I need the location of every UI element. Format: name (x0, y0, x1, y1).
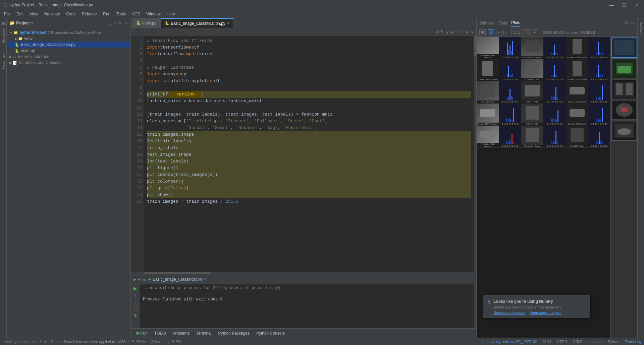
status-indent[interactable]: 4 spaces (588, 340, 602, 344)
status-link[interactable]: https://blog.csdn.net/39_4575162 (482, 340, 537, 344)
zoom-1-1[interactable]: 1:1 (511, 30, 520, 35)
menu-navigate[interactable]: Navigate (42, 11, 63, 17)
sciview-tab-plots[interactable]: Plots (511, 19, 520, 27)
nav-up[interactable]: ∧ (466, 30, 468, 34)
structure-icon[interactable]: ⊟ (2, 21, 5, 26)
code-line-10: fashion_mnist = keras.datasets.fashion_m… (147, 98, 471, 105)
svg-rect-8 (618, 66, 631, 73)
pen-icon[interactable]: ✏ (532, 29, 538, 35)
svg-rect-11 (616, 83, 623, 95)
run-down-icon[interactable]: ↓ (135, 300, 137, 304)
maximize-button[interactable]: ❐ (620, 2, 629, 8)
editor-scrollbar[interactable] (474, 36, 476, 272)
structure-label[interactable]: Structure (1, 28, 5, 44)
sync-icon[interactable]: ⊡ (108, 21, 112, 25)
nav-down[interactable]: ∨ (471, 30, 474, 34)
bottom-tab-terminal[interactable]: Terminal (194, 330, 214, 337)
run-play-icon[interactable]: ▶ (133, 286, 137, 291)
thumbnail-sidebar (610, 37, 637, 338)
menu-refactor[interactable]: Refactor (79, 11, 100, 17)
thumbnail-2[interactable] (611, 79, 637, 99)
favorites-label[interactable]: Favorites (1, 54, 5, 69)
close-sidebar-icon[interactable]: — (124, 21, 128, 25)
tree-item-scratches[interactable]: ▶ 📝 Scratches and Consoles (7, 60, 130, 66)
code-line-23: plt.grid(False)| (147, 185, 471, 192)
status-line-col: 23:16 (542, 340, 552, 344)
thumbnail-4[interactable] (611, 121, 637, 141)
bottom-tab-run[interactable]: Run (133, 330, 150, 337)
grid-cell-3-5: 0 1 2 3 4 5 6 7 8 9 (588, 104, 610, 125)
status-encoding[interactable]: UTF-8 (557, 340, 567, 344)
bottom-tab-python-packages[interactable]: Python Packages (216, 330, 252, 337)
bottom-tab-todo[interactable]: TODO (152, 330, 168, 337)
grid-cell-4-3: 0 1 2 3 4 5 6 7 8 9 (544, 126, 566, 147)
tree-item-pythonproject[interactable]: ▼ 📁 pythonProject C:\Users\Artistect.Xu\… (7, 29, 130, 36)
tree-item-basic[interactable]: 🐍 Basic_Image_Classification.py (7, 42, 130, 48)
tabs-bar: 🐍 main.py 🐍 Basic_Image_Classification.p… (131, 18, 476, 28)
expand-icon[interactable]: ⊞ (479, 29, 486, 35)
bottom-tab-problems[interactable]: Problems (170, 330, 192, 337)
svg-rect-12 (626, 83, 633, 95)
sciview-tab-data[interactable]: Data (499, 19, 507, 27)
horizontal-scrollbar[interactable] (131, 272, 476, 275)
code-line-5: # Helper libraries (147, 64, 471, 71)
run-scrollbar[interactable] (474, 284, 476, 328)
menu-file[interactable]: File (1, 11, 13, 17)
run-stop-icon[interactable]: ⬛ (133, 306, 138, 311)
bottom-toolbar: Run TODO Problems Terminal Python Packag… (131, 328, 476, 338)
thumbnail-0[interactable] (611, 38, 637, 58)
run-header: ▶ Run: ▶ Basic_Image_Classification ✕ (131, 275, 476, 284)
sciview-edge-label[interactable]: SciView (638, 21, 644, 37)
run-tab-close[interactable]: ✕ (203, 277, 206, 281)
grid-cell-2-0: Coat 90% Coat (477, 81, 499, 103)
grid-cell-1-0: Trouser 100% Trouser (477, 59, 499, 81)
menu-window[interactable]: Window (144, 11, 163, 17)
menu-help[interactable]: Help (164, 11, 178, 17)
menu-run[interactable]: Run (100, 11, 113, 17)
zoom-out-icon[interactable]: − (503, 30, 509, 35)
run-tab-basic[interactable]: ▶ Basic_Image_Classification ✕ (149, 277, 206, 282)
tree-item-extlibs[interactable]: ▶ 🗂 External Libraries (7, 54, 130, 60)
notification-link-scientific[interactable]: Use scientific mode (493, 310, 525, 315)
menu-tools[interactable]: Tools (114, 11, 128, 17)
status-event-log[interactable]: Event Log (625, 340, 641, 344)
run-content: ...mlassified as process for 2612 proces… (140, 284, 474, 328)
project-dropdown[interactable]: ▼ (31, 21, 34, 25)
collapse-icon[interactable]: ≡ (114, 21, 116, 25)
sciview-close-icon[interactable]: — (630, 20, 635, 25)
grid-icon[interactable]: ⊟ (488, 29, 494, 35)
tree-item-venv[interactable]: ▶ 📁 venv (7, 36, 130, 42)
grid-cell-1-2: Coat 66% Coat (521, 59, 543, 81)
tree-item-main[interactable]: 🐍 main.py (7, 48, 130, 54)
grid-cell-0-0: Ankle boot 90% Sneaker (477, 37, 499, 59)
code-content[interactable]: # TensorFlow and tf.keras import tensorf… (144, 36, 474, 272)
sciview-settings-icon[interactable]: ⚙ (624, 20, 628, 25)
run-up-icon[interactable]: ↑ (135, 293, 137, 298)
code-line-16: len(train_labels) (147, 138, 471, 145)
thumbnail-3[interactable] (611, 100, 637, 120)
tab-main[interactable]: 🐍 main.py (132, 18, 161, 28)
menu-vcs[interactable]: VCS (129, 11, 143, 17)
status-lang[interactable]: Python (608, 340, 619, 344)
menu-view[interactable]: View (27, 11, 41, 17)
tab-close-icon[interactable]: ✕ (227, 21, 229, 25)
notification-link-keep[interactable]: Keep current layout (529, 310, 561, 315)
thumbnail-1[interactable] (611, 58, 637, 78)
settings-icon[interactable]: ⚙ (118, 21, 122, 25)
code-line-25: train_images = train_images / 255.0 (147, 198, 471, 205)
tab-basic[interactable]: 🐍 Basic_Image_Classification.py ✕ (161, 18, 234, 28)
grid-cell-3-3: 0 1 2 3 4 5 6 7 8 9 (544, 104, 566, 125)
zoom-in-icon[interactable]: + (496, 30, 501, 35)
grid-cell-1-1: 0 1 2 3 4 5 6 7 8 9 (499, 59, 521, 81)
menu-code[interactable]: Code (63, 11, 78, 17)
sidebar: 📁 Project ▼ ⊡ ≡ ⚙ — ▼ 📁 pythonProject C:… (7, 18, 131, 338)
status-line-sep[interactable]: CRLF (573, 340, 582, 344)
fit-icon[interactable]: ⬛ (522, 29, 530, 35)
code-line-3: from tensorflow import keras (147, 51, 471, 58)
project-title: Project (16, 21, 30, 25)
menu-edit[interactable]: Edit (14, 11, 26, 17)
run-settings-icon[interactable]: ⚙ (133, 313, 137, 318)
bottom-tab-python-console[interactable]: Python Console (254, 330, 287, 337)
close-button[interactable]: ✕ (632, 2, 641, 8)
minimize-button[interactable]: — (607, 2, 617, 8)
